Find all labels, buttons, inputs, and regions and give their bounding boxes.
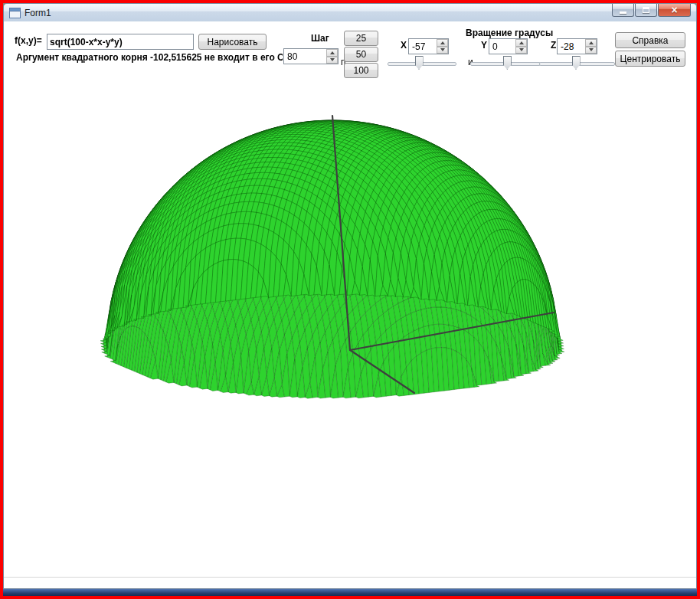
z-spinner — [585, 39, 597, 54]
minimize-button[interactable] — [612, 4, 634, 17]
step-up-button[interactable] — [326, 49, 338, 57]
window-controls: × — [611, 4, 691, 21]
step-preset-50-button[interactable]: 50 — [344, 47, 378, 62]
spin-down-icon — [440, 48, 445, 51]
spin-up-icon — [330, 51, 335, 54]
x-slider-thumb[interactable] — [415, 56, 424, 70]
close-button[interactable]: × — [658, 4, 691, 17]
step-label: Шаг — [311, 33, 329, 44]
x-spinner — [437, 39, 448, 54]
maximize-icon — [643, 7, 649, 13]
z-rotation-value[interactable]: -28 — [558, 39, 585, 54]
spin-up-icon — [589, 41, 594, 44]
spin-up-icon — [440, 41, 445, 44]
z-axis-label: Z — [551, 40, 556, 51]
close-icon: × — [671, 5, 677, 16]
step-spinner — [326, 49, 338, 64]
z-down-button[interactable] — [585, 47, 597, 54]
y-up-button[interactable] — [515, 39, 527, 47]
z-up-button[interactable] — [585, 39, 597, 47]
y-rotation-numeric[interactable]: 0 — [489, 38, 528, 54]
maximize-button[interactable] — [635, 4, 657, 17]
spin-down-icon — [519, 48, 524, 51]
x-axis-label: X — [401, 40, 407, 51]
z-rotation-numeric[interactable]: -28 — [557, 38, 597, 54]
y-rotation-value[interactable]: 0 — [489, 39, 515, 54]
x-up-button[interactable] — [437, 39, 448, 47]
app-icon — [9, 8, 21, 18]
error-message: Аргумент квадратного корня -102,515625 н… — [16, 52, 283, 63]
titlebar[interactable]: Form1 × — [3, 3, 697, 21]
y-rotation-slider[interactable] — [470, 55, 541, 72]
x-down-button[interactable] — [437, 47, 448, 54]
window-title: Form1 — [25, 8, 51, 18]
x-rotation-numeric[interactable]: -57 — [408, 38, 449, 54]
help-button[interactable]: Справка — [615, 32, 685, 48]
step-value[interactable]: 80 — [284, 49, 326, 64]
y-axis-label: Y — [481, 40, 487, 51]
rotation-group-title: Вращение градусы — [466, 28, 553, 38]
minimize-icon — [620, 11, 626, 14]
x-rotation-value[interactable]: -57 — [409, 39, 437, 54]
function-label: f(x,y)= — [15, 35, 42, 46]
z-slider-thumb[interactable] — [572, 56, 581, 70]
step-preset-25-button[interactable]: 25 — [344, 31, 378, 46]
function-input[interactable] — [47, 34, 194, 50]
y-spinner — [515, 39, 527, 54]
step-down-button[interactable] — [326, 57, 338, 64]
statusbar-divider — [4, 577, 696, 578]
z-rotation-slider[interactable] — [539, 55, 615, 72]
taskbar-sliver — [3, 589, 697, 596]
step-numeric[interactable]: 80 — [283, 48, 339, 64]
y-slider-thumb[interactable] — [503, 56, 512, 70]
spin-up-icon — [519, 41, 524, 44]
y-down-button[interactable] — [515, 47, 527, 54]
x-rotation-slider[interactable] — [388, 55, 456, 72]
spin-down-icon — [330, 58, 335, 61]
surface-plot-canvas — [4, 21, 695, 587]
step-preset-100-button[interactable]: 100 — [344, 63, 378, 78]
draw-button[interactable]: Нарисовать — [198, 34, 267, 50]
form-client-area: f(x,y)= Нарисовать Аргумент квадратного … — [3, 21, 697, 589]
center-button[interactable]: Центрировать — [615, 51, 685, 67]
spin-down-icon — [589, 48, 594, 51]
